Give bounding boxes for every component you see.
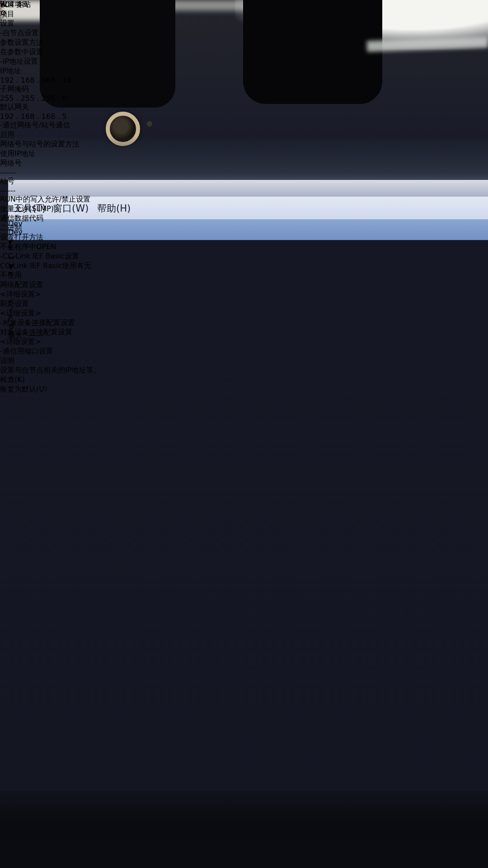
description-header: 说明	[0, 356, 100, 366]
item-cell[interactable]: -IP地址设置	[0, 57, 100, 66]
settings-rows: -自节点设置参数设置方法在参数中设置-IP地址设置IP地址192 . 168 .…	[0, 28, 100, 356]
item-cell[interactable]: 子网掩码	[0, 85, 100, 94]
item-cell[interactable]: 站号	[0, 177, 100, 186]
description-text: 设置与自节点相关的IP地址等。	[0, 366, 100, 375]
item-label: 网络配置设置	[0, 280, 43, 289]
item-cell[interactable]: -CC-Link IEF Basic设置	[0, 252, 100, 261]
value-cell[interactable]: <详细设置>	[0, 337, 100, 347]
item-label: CC-Link IEF Basic设置	[3, 252, 79, 260]
table-row: 子网掩码255 . 255 . 255 . 0	[0, 85, 100, 103]
table-row: 通信数据代码二进制	[0, 214, 100, 233]
value-cell[interactable]: 255 . 255 . 255 . 0	[0, 94, 100, 103]
table-row: -对象设备连接配置设置	[0, 318, 100, 328]
gear-icon[interactable]: ⚙	[0, 9, 16, 17]
item-label: 对象设备连接配置设置	[0, 328, 72, 336]
value-cell[interactable]: ------	[0, 186, 100, 195]
table-row: -IP地址设置	[0, 57, 100, 66]
item-cell[interactable]: 对象设备连接配置设置	[0, 328, 100, 337]
item-cell[interactable]: -自节点设置	[0, 28, 100, 38]
table-row: 设置打开方法不在程序中OPEN	[0, 233, 100, 252]
value-cell[interactable]: 不使用	[0, 271, 100, 280]
table-row: 对象设备连接配置设置<详细设置>	[0, 328, 100, 347]
table-row: -自节点设置	[0, 28, 100, 38]
item-cell[interactable]: RUN中的写入允许/禁止设置	[0, 195, 100, 204]
item-label: 通信用端口设置	[3, 347, 53, 355]
value-cell[interactable]: 192 . 168 . 168 . 5	[0, 112, 100, 121]
value-cell[interactable]: 在参数中设置	[0, 47, 100, 57]
table-row: IP地址192 . 168 . 168 . 10	[0, 66, 100, 85]
table-row: -通过网络号/站号通信启用	[0, 121, 100, 140]
item-cell[interactable]: CC-Link IEF Basic使用有无	[0, 261, 100, 271]
table-row: 默认网关192 . 168 . 168 . 5	[0, 103, 100, 121]
item-cell[interactable]: -对象设备连接配置设置	[0, 318, 100, 328]
item-label: 子网掩码	[0, 85, 29, 93]
table-row: 站号------	[0, 177, 100, 195]
table-row: -CC-Link IEF Basic设置	[0, 252, 100, 261]
column-header-setting: 设置	[0, 19, 100, 28]
item-cell[interactable]: 参数设置方法	[0, 38, 100, 47]
value-cell[interactable]: 批量允许(SLMP)	[0, 204, 100, 214]
table-row: RUN中的写入允许/禁止设置批量允许(SLMP)	[0, 195, 100, 214]
table-row: 参数设置方法在参数中设置	[0, 38, 100, 57]
security-shield-icon[interactable]: ✓	[0, 0, 6, 9]
hinge-shadow	[243, 0, 382, 104]
value-cell[interactable]: 二进制	[0, 223, 100, 233]
item-label: 自节点设置	[3, 28, 39, 37]
gear-glyph: ⚙	[0, 9, 6, 17]
table-row: 刷新设置<详细设置>	[0, 299, 100, 318]
value-cell[interactable]: 启用	[0, 130, 100, 140]
table-row: 网络号------	[0, 159, 100, 177]
item-cell[interactable]: 通信数据代码	[0, 214, 100, 223]
item-cell[interactable]: -通信用端口设置	[0, 347, 100, 356]
item-cell[interactable]: 网络配置设置	[0, 280, 100, 290]
value-cell[interactable]: 192 . 168 . 168 . 10	[0, 76, 100, 85]
item-label: 对象设备连接配置设置	[3, 318, 75, 327]
item-cell[interactable]: 网络号	[0, 159, 100, 168]
item-label: CC-Link IEF Basic使用有无	[0, 261, 91, 270]
item-label: 网络号	[0, 159, 22, 167]
webcam-led	[147, 121, 152, 127]
item-cell[interactable]: 刷新设置	[0, 299, 100, 309]
item-cell[interactable]: 默认网关	[0, 103, 100, 112]
value-cell[interactable]: 使用IP地址	[0, 149, 100, 159]
item-label: 设置打开方法	[0, 233, 43, 241]
item-label: 刷新设置	[0, 299, 29, 308]
item-label: 通信数据代码	[0, 214, 43, 222]
menu-help[interactable]: 帮助(H)	[97, 202, 131, 215]
restore-default-button[interactable]: 恢复为默认(U)	[0, 385, 100, 394]
laptop-base	[0, 791, 488, 868]
item-label: 站号	[0, 177, 14, 185]
item-label: 通过网络号/站号通信	[3, 121, 70, 129]
item-label: 默认网关	[0, 103, 29, 111]
value-cell[interactable]: <详细设置>	[0, 290, 100, 299]
item-label: RUN中的写入允许/禁止设置	[0, 195, 90, 203]
table-row: CC-Link IEF Basic使用有无不使用	[0, 261, 100, 280]
value-cell[interactable]: 不在程序中OPEN	[0, 242, 100, 252]
table-row: 网络配置设置<详细设置>	[0, 280, 100, 299]
table-row: 网络号与站号的设置方法使用IP地址	[0, 140, 100, 159]
setting-item-dialog: 设置项目 项目 设置 -自节点设置参数设置方法在参数中设置-IP地址设置IP地址…	[0, 0, 100, 394]
item-label: IP地址	[0, 66, 21, 75]
check-button[interactable]: 检查(K)	[0, 375, 100, 385]
table-row: -通信用端口设置	[0, 347, 100, 356]
item-label: 网络号与站号的设置方法	[0, 140, 80, 148]
item-cell[interactable]: -通过网络号/站号通信	[0, 121, 100, 130]
item-label: IP地址设置	[3, 57, 38, 66]
item-label: 参数设置方法	[0, 38, 43, 47]
laptop-photo: 工具(T)窗口(W)帮助(H) Dev Dev + − ↔ ▼ ▼ ✓ ✓ P …	[0, 0, 488, 868]
value-cell[interactable]: <详细设置>	[0, 309, 100, 318]
item-cell[interactable]: 网络号与站号的设置方法	[0, 140, 100, 149]
item-cell[interactable]: IP地址	[0, 66, 100, 76]
item-cell[interactable]: 设置打开方法	[0, 233, 100, 242]
value-cell[interactable]: ------	[0, 168, 100, 177]
settings-table: 项目 设置 -自节点设置参数设置方法在参数中设置-IP地址设置IP地址192 .…	[0, 9, 100, 356]
